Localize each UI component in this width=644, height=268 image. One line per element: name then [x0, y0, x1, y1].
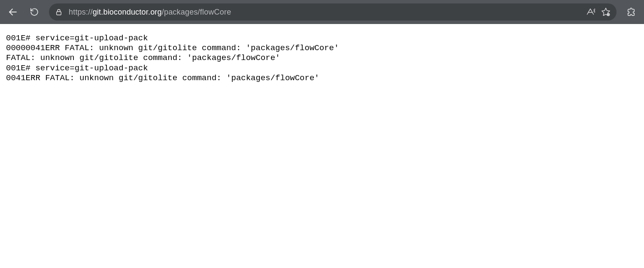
site-lock-icon[interactable]	[55, 8, 63, 16]
url-scheme: https://	[69, 8, 93, 16]
address-bar[interactable]: https://git.bioconductor.org/packages/fl…	[49, 3, 617, 21]
address-bar-actions	[586, 7, 611, 17]
url-host: git.bioconductor.org	[93, 8, 162, 16]
refresh-icon	[30, 7, 39, 17]
page-content: 001E# service=git-upload-pack 00000041ER…	[0, 24, 644, 93]
extensions-button[interactable]	[622, 3, 641, 21]
url-display: https://git.bioconductor.org/packages/fl…	[69, 8, 580, 17]
back-button[interactable]	[3, 3, 22, 21]
url-path: /packages/flowCore	[162, 8, 231, 16]
favorites-star-icon	[601, 7, 611, 17]
refresh-button[interactable]	[25, 3, 44, 21]
back-arrow-icon	[8, 7, 18, 17]
favorites-button[interactable]	[601, 7, 611, 17]
read-aloud-icon	[586, 7, 595, 17]
svg-rect-1	[57, 12, 61, 15]
extensions-puzzle-icon	[626, 7, 636, 17]
read-aloud-button[interactable]	[586, 7, 595, 17]
browser-toolbar: https://git.bioconductor.org/packages/fl…	[0, 0, 644, 24]
